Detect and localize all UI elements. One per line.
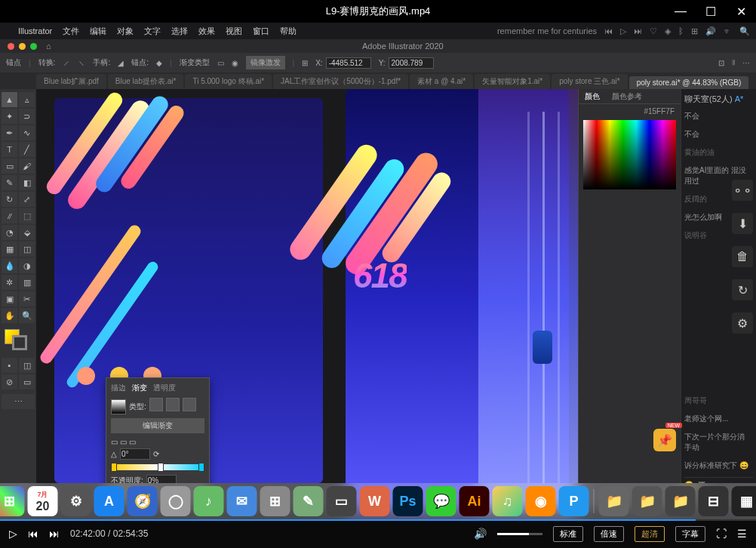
grid-icon[interactable]: ⊞ bbox=[691, 26, 698, 36]
hd-tag[interactable]: 超清 bbox=[635, 526, 665, 542]
app-icon[interactable]: ⊟ bbox=[699, 486, 729, 516]
doc-tab[interactable]: Ti 5.000 logo 终稿.ai* bbox=[185, 74, 272, 89]
mesh-tool[interactable]: ▦ bbox=[2, 242, 17, 257]
eyedropper-tool[interactable]: 💧 bbox=[2, 258, 17, 273]
illustrator-icon[interactable]: Ai bbox=[459, 486, 490, 516]
launchpad-icon[interactable]: ⊞ bbox=[0, 486, 25, 516]
bluetooth-icon[interactable]: ᛒ bbox=[678, 26, 684, 35]
fullscreen-button[interactable]: ⛶ bbox=[716, 528, 727, 540]
slice-tool[interactable]: ✂ bbox=[19, 291, 35, 306]
convert-icon-2[interactable]: ⟍ bbox=[78, 59, 85, 67]
play-button[interactable]: ▷ bbox=[9, 528, 17, 540]
minimize-button[interactable]: — bbox=[671, 5, 690, 19]
align-icon[interactable]: ⊞ bbox=[302, 59, 308, 67]
app-icon[interactable]: P bbox=[559, 486, 589, 516]
maximize-button[interactable]: ☐ bbox=[702, 5, 720, 19]
radial-type[interactable] bbox=[166, 398, 180, 411]
symbol-tool[interactable]: ✲ bbox=[2, 275, 17, 290]
home-icon[interactable]: ⌂ bbox=[46, 42, 51, 51]
more-icon[interactable]: ⋯ bbox=[742, 59, 750, 67]
panel-tab-opacity[interactable]: 透明度 bbox=[153, 383, 176, 393]
menu-type[interactable]: 文字 bbox=[144, 26, 161, 37]
doc-tab[interactable]: 矢量智能对象1.ai* bbox=[475, 74, 550, 89]
next-track-icon[interactable]: ⏭ bbox=[634, 26, 642, 35]
graph-tool[interactable]: ▥ bbox=[19, 275, 35, 290]
color-guide-tab[interactable]: 颜色参考 bbox=[606, 89, 648, 103]
progress-track[interactable] bbox=[0, 519, 756, 521]
search-icon[interactable]: 🔍 bbox=[739, 26, 750, 36]
align-panel-icon[interactable]: ⫴ bbox=[732, 58, 735, 67]
pen-tool[interactable]: ✒ bbox=[2, 125, 17, 140]
direct-select-tool[interactable]: ▵ bbox=[19, 92, 35, 107]
prev-button[interactable]: ⏮ bbox=[28, 528, 38, 540]
curvature-tool[interactable]: ∿ bbox=[19, 125, 35, 140]
next-button[interactable]: ⏭ bbox=[49, 528, 60, 540]
app-name[interactable]: Illustrator bbox=[18, 26, 52, 35]
app-icon[interactable]: ✎ bbox=[293, 486, 324, 516]
panel-tab-stroke[interactable]: 描边 bbox=[111, 383, 126, 393]
pencil-tool[interactable]: ✎ bbox=[2, 175, 17, 190]
refresh-icon[interactable]: ↻ bbox=[732, 279, 753, 300]
photoshop-icon[interactable]: Ps bbox=[393, 486, 423, 516]
handle-icon[interactable]: ◢ bbox=[118, 59, 124, 67]
heart-icon[interactable]: ♡ bbox=[650, 26, 657, 36]
app-icon[interactable]: ◉ bbox=[526, 486, 556, 516]
doc-tab[interactable]: Blue lab提价表.ai* bbox=[108, 74, 184, 89]
pin-badge[interactable]: 📌NEW bbox=[653, 429, 676, 451]
transform-icon[interactable]: ⊡ bbox=[718, 59, 724, 67]
download-icon[interactable]: ⬇ bbox=[732, 213, 753, 234]
wand-tool[interactable]: ✦ bbox=[2, 109, 17, 124]
type-tool[interactable]: T bbox=[2, 142, 17, 157]
menu-select[interactable]: 选择 bbox=[171, 26, 188, 37]
folder-icon[interactable]: 📁 bbox=[599, 486, 629, 516]
menu-effect[interactable]: 效果 bbox=[198, 26, 215, 37]
zoom-tool[interactable]: 🔍 bbox=[19, 308, 35, 323]
menu-window[interactable]: 窗口 bbox=[253, 26, 269, 37]
traffic-max[interactable] bbox=[30, 43, 37, 50]
doc-tab[interactable]: Blue lab扩展.pdf bbox=[36, 74, 106, 89]
volume-icon[interactable]: 🔊 bbox=[705, 26, 716, 36]
volume-button[interactable]: 🔊 bbox=[474, 528, 487, 540]
menu-file[interactable]: 文件 bbox=[63, 26, 79, 37]
delete-icon[interactable]: 🗑 bbox=[732, 246, 753, 267]
traffic-min[interactable] bbox=[19, 43, 26, 50]
gradient-slider[interactable] bbox=[111, 464, 204, 470]
edit-gradient-button[interactable]: 编辑渐变 bbox=[111, 418, 204, 433]
artboard-tool[interactable]: ▣ bbox=[2, 291, 17, 306]
subtitle-tag[interactable]: 字幕 bbox=[675, 526, 705, 542]
playlist-button[interactable]: ☰ bbox=[737, 528, 747, 540]
color-spectrum[interactable] bbox=[583, 120, 676, 189]
quality-tag[interactable]: 标准 bbox=[553, 526, 583, 542]
play-track-icon[interactable]: ▷ bbox=[620, 26, 626, 36]
prev-track-icon[interactable]: ⏮ bbox=[604, 26, 613, 35]
mirror-label[interactable]: 镜像激发 bbox=[246, 56, 285, 69]
menu-object[interactable]: 对象 bbox=[117, 26, 134, 37]
rotate-tool[interactable]: ↻ bbox=[2, 192, 17, 207]
traffic-close[interactable] bbox=[8, 43, 14, 50]
gradient-mode[interactable]: ◫ bbox=[19, 358, 35, 373]
doc-tab[interactable]: poly store 三色.ai* bbox=[552, 74, 628, 89]
app-icon[interactable]: ◯ bbox=[161, 486, 191, 516]
y-input[interactable] bbox=[389, 57, 434, 69]
anchor-icon[interactable]: ◆ bbox=[156, 59, 162, 67]
settings-dock-icon[interactable]: ⚙ bbox=[61, 486, 91, 516]
screen-mode[interactable]: ▭ bbox=[19, 374, 35, 389]
eraser-tool[interactable]: ◧ bbox=[19, 175, 35, 190]
canvas[interactable]: 618 描边 渐变 透明度 类型: 编辑渐变 ▭ ▭ ▭ △⟳ bbox=[36, 89, 756, 512]
fill-stroke-swatch[interactable] bbox=[2, 329, 35, 352]
status-icon[interactable]: ◈ bbox=[665, 26, 671, 36]
close-button[interactable]: ✕ bbox=[732, 5, 750, 19]
app-icon[interactable]: ✉ bbox=[227, 486, 257, 516]
share-icon[interactable]: ⚬⚬ bbox=[732, 180, 753, 201]
color-mode[interactable]: ▪ bbox=[2, 358, 17, 373]
line-tool[interactable]: ╱ bbox=[19, 142, 35, 157]
folder-icon[interactable]: 📁 bbox=[665, 486, 696, 516]
panel-tab-gradient[interactable]: 渐变 bbox=[132, 383, 147, 393]
wps-icon[interactable]: W bbox=[360, 486, 390, 516]
speed-tag[interactable]: 倍速 bbox=[594, 526, 624, 542]
x-input[interactable] bbox=[326, 57, 371, 69]
none-mode[interactable]: ⊘ bbox=[2, 374, 17, 389]
shape-builder-tool[interactable]: ◔ bbox=[2, 225, 17, 240]
safari-icon[interactable]: 🧭 bbox=[128, 486, 158, 516]
linear-type[interactable] bbox=[149, 398, 163, 411]
